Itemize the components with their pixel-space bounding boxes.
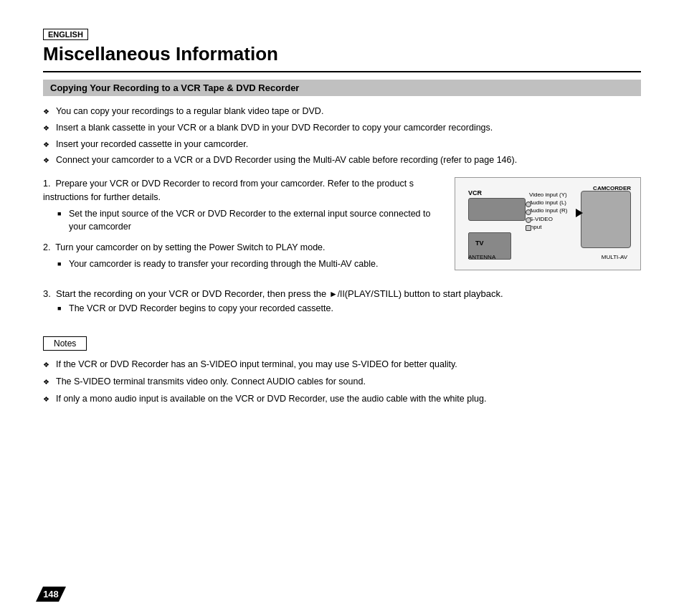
conn-label-4: S-VIDEO (529, 215, 567, 223)
step-2: 2. Turn your camcorder on by setting the… (43, 241, 440, 271)
step2-sub-1: Your camcorder is ready to transfer your… (57, 257, 440, 271)
step3-container: 3. Start the recording on your VCR or DV… (43, 288, 641, 316)
tv-label: TV (475, 240, 484, 247)
bullet-4: Connect your camcorder to a VCR or a DVD… (43, 153, 641, 167)
camcorder-device (581, 191, 631, 248)
conn-label-5: input (529, 223, 567, 231)
notes-badge: Notes (43, 336, 87, 351)
step1-sub: Set the input source of the VCR or DVD R… (57, 207, 440, 234)
multiav-label: MULTI-AV (602, 254, 627, 260)
step3-text: 3. Start the recording on your VCR or DV… (43, 288, 641, 299)
step2-sub: Your camcorder is ready to transfer your… (57, 257, 440, 271)
note-1: If the VCR or DVD Recorder has an S-VIDE… (43, 358, 641, 371)
diagram-inner: VCR TV CAMCORDER Video input (Y) Audio i… (461, 184, 635, 264)
connector-1 (526, 202, 531, 207)
page-number: 148 (36, 587, 66, 602)
connectors (526, 202, 531, 231)
connector-2 (526, 209, 531, 215)
lang-badge-container: ENGLISH (43, 29, 641, 43)
conn-label-3: Audio input (R) (529, 207, 567, 214)
steps-with-diagram: 1. Prepare your VCR or DVD Recorder to r… (43, 177, 641, 278)
notes-badge-container: Notes (43, 336, 641, 358)
bullet-2: Insert a blank cassette in your VCR or a… (43, 121, 641, 135)
step2-num: 2. (43, 242, 50, 252)
conn-label-2: Audio input (L) (529, 199, 567, 207)
step3-sub: The VCR or DVD Recorder begins to copy y… (57, 302, 641, 316)
step3-text-middle: (PLAY/STILL) button to start playback. (345, 288, 503, 299)
step1-text: Prepare your VCR or DVD Recorder to reco… (43, 179, 414, 202)
page-title: Miscellaneous Information (43, 43, 641, 72)
step3-sub-1: The VCR or DVD Recorder begins to copy y… (57, 302, 641, 316)
steps-text: 1. Prepare your VCR or DVD Recorder to r… (43, 177, 440, 278)
camcorder-arrow (576, 209, 583, 217)
vcr-label: VCR (468, 189, 482, 196)
conn-label-1: Video input (Y) (529, 191, 567, 199)
step3-text-before: Start the recording on your VCR or DVD R… (56, 288, 329, 299)
bullet-3: Insert your recorded cassette in your ca… (43, 138, 641, 151)
step3-num: 3. (43, 288, 51, 299)
play-still-icon: ►/II (329, 289, 345, 299)
note-2: The S-VIDEO terminal transmits video onl… (43, 375, 641, 389)
step1-sub-1: Set the input source of the VCR or DVD R… (57, 207, 440, 234)
page: ENGLISH Miscellaneous Information Copyin… (0, 0, 684, 616)
notes-section: Notes If the VCR or DVD Recorder has an … (43, 336, 641, 405)
numbered-steps: 1. Prepare your VCR or DVD Recorder to r… (43, 177, 440, 271)
note-3: If only a mono audio input is available … (43, 392, 641, 406)
connector-labels: Video input (Y) Audio input (L) Audio in… (529, 191, 567, 231)
intro-bullets: You can copy your recordings to a regula… (43, 105, 641, 167)
connector-4 (526, 225, 531, 231)
step1-num: 1. (43, 179, 50, 189)
antenna-label: ANTENNA (468, 254, 495, 260)
bullet-1: You can copy your recordings to a regula… (43, 105, 641, 118)
section-header: Copying Your Recording to a VCR Tape & D… (43, 80, 641, 96)
connector-3 (526, 217, 531, 223)
step-1: 1. Prepare your VCR or DVD Recorder to r… (43, 177, 440, 234)
step2-text: Turn your camcorder on by setting the Po… (55, 242, 325, 252)
english-badge: ENGLISH (43, 29, 88, 40)
notes-list: If the VCR or DVD Recorder has an S-VIDE… (43, 358, 641, 405)
page-number-container: 148 (36, 587, 66, 602)
connection-diagram: VCR TV CAMCORDER Video input (Y) Audio i… (455, 177, 641, 270)
vcr-device (468, 198, 526, 221)
